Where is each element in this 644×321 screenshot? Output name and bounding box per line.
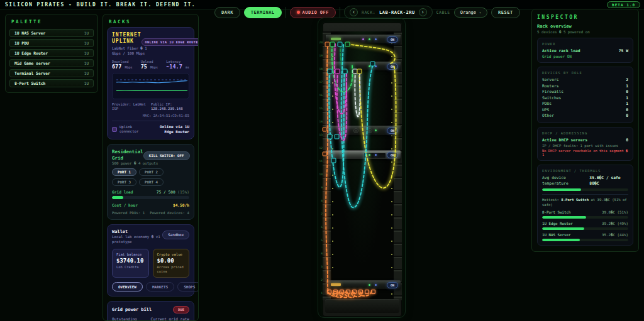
uplink-traffic-sparkline (112, 73, 189, 99)
reset-button[interactable]: RESET (491, 7, 520, 18)
power-toggle[interactable]: ON (387, 152, 398, 158)
palette-item-label: 1U NAS Server (14, 31, 45, 35)
rack-base (325, 299, 399, 313)
grid-load-label: Grid load (112, 190, 133, 194)
due-badge: DUE (173, 306, 189, 313)
palette-item-mid-game-server[interactable]: Mid Game server 1U (9, 59, 94, 67)
chevron-left-icon[interactable]: ‹ (350, 8, 358, 16)
palette-header: PALETTE (6, 14, 97, 27)
rack-unit-number: 1 (318, 286, 323, 300)
rack-overview-sub: 5 devices � 5 powered on (537, 30, 633, 34)
grid-port-2-tab[interactable]: PORT 2 (139, 168, 164, 176)
chevron-down-icon: ▾ (479, 11, 481, 14)
app-root: SILICON PIRATES - BUILD IT. BREAK IT. DE… (0, 0, 644, 321)
palette-item-nas-server[interactable]: 1U NAS Server 1U (9, 29, 94, 37)
grid-title: Residential Grid (112, 149, 143, 161)
pdu-outlet[interactable] (346, 290, 350, 294)
tab-shops[interactable]: SHOPS (177, 282, 199, 291)
pdu-outlet[interactable] (327, 290, 331, 294)
palette-item-8-port-switch[interactable]: 8-Port Switch 1U (9, 79, 94, 87)
role-row-switches: Switches1 (542, 95, 628, 101)
rail-holes-left (332, 31, 333, 300)
grid-port-3-tab[interactable]: PORT 3 (112, 178, 136, 186)
thermals-box: ENVIRONMENT / THERMALS Avg device temper… (537, 165, 633, 246)
rack-device-switch-top[interactable]: ON (326, 35, 401, 43)
rack-unit-number: 9 (318, 181, 323, 194)
cable-color-value: Orange (460, 10, 476, 15)
rack-unit-number: 19 (318, 49, 323, 62)
power-toggle[interactable]: ON (387, 128, 398, 134)
rack-device-server[interactable]: ON (326, 150, 401, 159)
grid-powered-pdus: Powered PDUs: 1 (112, 211, 145, 215)
hottest-device-line: Hottest: 8-Port Switch at 39.8�C (51% of… (542, 198, 628, 208)
stat-unit: Mbps (125, 65, 132, 69)
residential-grid-card: Residential Grid KILL SWITCH: OFF 500 po… (107, 144, 194, 220)
stat-value: 677 (112, 63, 121, 70)
grid-port-1-tab[interactable]: PORT 1 (112, 168, 136, 176)
uplink-subtitle: LabNet Fiber � 1 Gbps / 100 Mbps (112, 46, 153, 57)
rack-device-switch-mid[interactable]: ON (326, 62, 401, 70)
chevron-right-icon[interactable]: › (419, 8, 427, 16)
palette-item-edge-router[interactable]: 1U Edge Router 1U (9, 49, 94, 57)
kill-switch-button[interactable]: KILL SWITCH: OFF (143, 151, 190, 160)
palette-item-terminal-server[interactable]: Terminal Server 1U (9, 69, 94, 77)
dhcp-warning: No DHCP server reachable on this segment… (542, 149, 628, 156)
thermal-row-switch: 8-Port Switch39.8�C (51%) (542, 210, 628, 214)
pdu-outlet[interactable] (352, 290, 357, 294)
uplink-mac: MAC: 2A:54:51:CD:61:E5 (112, 114, 189, 117)
thermal-row-nas-server: 1U NAS Server35.2�C (44%) (542, 233, 628, 237)
palette-item-label: 8-Port Switch (14, 81, 45, 85)
thermal-bar-nas-server (542, 239, 628, 241)
toolbar: DARK TERMINAL AUDIO OFF ‹ RACK: LAB-RACK… (214, 6, 520, 19)
pdu-outlet[interactable] (371, 290, 375, 294)
power-toggle[interactable]: ON (387, 63, 398, 70)
led-green (369, 38, 370, 40)
cable-color-label: CABLE (436, 10, 450, 15)
tab-overview[interactable]: OVERVIEW (112, 282, 143, 291)
cable-color-select[interactable]: Orange ▾ (454, 8, 487, 18)
stat-unit: ms (186, 65, 189, 69)
dark-mode-button[interactable]: DARK (214, 7, 240, 18)
crypto-value: $0.00 (157, 258, 186, 264)
rack-unit-number: 15 (318, 102, 323, 115)
tab-markets[interactable]: MARKETS (146, 282, 174, 291)
outstanding-label: Outstanding (112, 317, 137, 321)
fiat-balance-box: Fiat balance $3740.10 Lab Credits (112, 249, 149, 278)
uplink-upload-stat: Upload 75 Mbps (141, 60, 158, 70)
sandbox-badge: Sandbox (162, 231, 189, 239)
rack-unit-number: 8 (318, 194, 323, 207)
rack-unit-number: 17 (318, 75, 323, 89)
divider (112, 121, 189, 121)
led-purple (362, 38, 364, 40)
rack-unit-numbers: 2019181716151413121110987654321 (318, 36, 323, 300)
rack-cavity (331, 31, 394, 300)
rack-device-server-fans[interactable]: ON (326, 126, 401, 135)
rack-unit-number: 13 (318, 128, 323, 141)
grid-load-bar (112, 196, 189, 199)
power-box-label: POWER (542, 42, 628, 46)
bill-title: Grid power bill (112, 307, 152, 312)
power-bill-card: Grid power bill DUE Outstanding $4.98 Cu… (107, 301, 194, 321)
palette-item-size: 1U (84, 81, 89, 85)
wallet-subtitle: Local lab economy � v1 prototype (112, 235, 162, 245)
toolbar-divider (286, 7, 286, 18)
rack-unit-number: 10 (318, 168, 323, 181)
rack-device-pdu[interactable]: ON (326, 280, 401, 289)
palette-item-pdu[interactable]: 1U PDU 1U (9, 39, 94, 47)
power-toggle[interactable]: ON (387, 36, 398, 43)
led-green (369, 154, 370, 156)
pdu-outlet[interactable] (340, 290, 344, 294)
fan-icon (340, 128, 345, 133)
uplink-connector-icon (112, 127, 117, 132)
audio-toggle-button[interactable]: AUDIO OFF (290, 7, 336, 18)
led-blue (375, 284, 377, 286)
pdu-outlet[interactable] (365, 290, 369, 294)
grid-port-4-tab[interactable]: PORT 4 (139, 178, 164, 186)
pdu-outlet[interactable] (358, 290, 363, 294)
power-toggle[interactable]: ON (387, 282, 398, 288)
uplink-connector[interactable]: Uplink connector (112, 125, 146, 134)
pdu-outlet[interactable] (333, 290, 338, 294)
led-green (369, 65, 370, 67)
grid-powered-devices: Powered devices: 4 (150, 211, 189, 215)
terminal-mode-button[interactable]: TERMINAL (244, 7, 282, 18)
